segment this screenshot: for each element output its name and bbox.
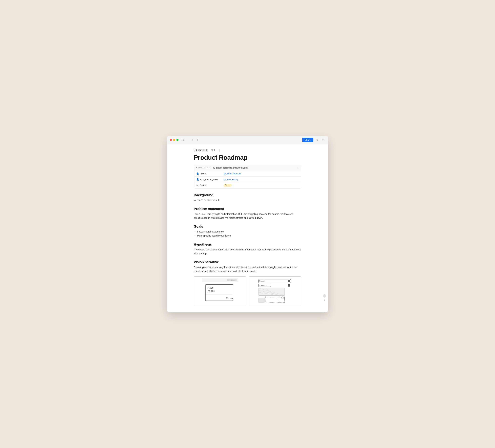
engineer-label: Assigned engineer <box>200 178 224 181</box>
connected-section: CONNECTED TO ⊞ List of upcoming product … <box>194 165 301 188</box>
page-body: Product Roadmap CONNECTED TO ⊞ List of u… <box>167 154 328 305</box>
nav-buttons: ‹ › <box>190 137 200 142</box>
dot-icon[interactable] <box>323 294 326 298</box>
svg-rect-17 <box>288 280 290 282</box>
sidebar-toggle-icon[interactable] <box>180 137 185 142</box>
metadata-owner-row: 👤 Owner @Adrien Taravant <box>194 171 301 177</box>
views-button[interactable]: 👁 0 <box>211 149 215 151</box>
page-title: Product Roadmap <box>194 154 301 161</box>
svg-rect-32 <box>265 302 266 303</box>
document-toolbar: 💬 Comments 👁 0 ↻ <box>167 147 328 153</box>
vision-text: Explain your vision in a story format to… <box>194 265 301 273</box>
svg-rect-2 <box>183 140 184 140</box>
connected-to-label: CONNECTED TO <box>196 167 211 169</box>
status-label: Status <box>200 184 224 186</box>
metadata-engineer-row: 👤 Assigned engineer @Laure Albouy <box>194 177 301 182</box>
refresh-icon: ↻ <box>219 149 220 151</box>
views-count: 0 <box>214 149 215 151</box>
comments-button[interactable]: 💬 Comments <box>194 149 208 151</box>
svg-rect-33 <box>284 302 285 303</box>
alert-wireframe-svg: ← Button Alert Alert text No Yes <box>195 278 245 303</box>
svg-text:search: search <box>260 280 265 282</box>
help-icon[interactable]: ? <box>324 299 325 302</box>
chevron-up-icon: ∧ <box>297 167 299 169</box>
hypothesis-text: If we make our search better, then users… <box>194 248 301 255</box>
share-button[interactable]: Share <box>302 138 314 142</box>
connected-link-text: List of upcoming product features <box>216 167 248 169</box>
svg-rect-28 <box>259 298 264 303</box>
problem-heading: Problem statement <box>194 207 301 211</box>
sidebar-dots: ? <box>323 294 326 302</box>
wireframe-row: ← Button Alert Alert text No Yes <box>194 277 301 305</box>
svg-text:Yes: Yes <box>230 297 233 299</box>
person-icon-2: 👤 <box>196 178 199 181</box>
status-badge[interactable]: To do <box>224 184 232 187</box>
svg-rect-20 <box>288 284 290 287</box>
svg-text:Alert text: Alert text <box>208 290 215 292</box>
person-icon: 👤 <box>196 172 199 175</box>
problem-text: I am a user. I am trying to find informa… <box>194 212 301 220</box>
wireframe-search: search ≡ Heading ▾ <box>249 277 301 305</box>
comments-label: Comments <box>197 149 208 151</box>
goals-list: Faster search experience More specific s… <box>197 230 301 238</box>
svg-text:≡ Heading ▾: ≡ Heading ▾ <box>260 285 267 286</box>
eye-icon: 👁 <box>211 149 213 151</box>
back-button[interactable]: ‹ <box>190 137 195 142</box>
hypothesis-heading: Hypothesis <box>194 243 301 246</box>
list-item: More specific search experience <box>197 234 301 238</box>
comment-icon: 💬 <box>194 149 197 151</box>
connected-link[interactable]: ⊞ List of upcoming product features <box>213 167 297 169</box>
svg-text:Alert: Alert <box>208 287 213 289</box>
list-item: Faster search experience <box>197 230 301 234</box>
titlebar: ‹ › Share ☆ ••• <box>167 136 328 144</box>
goals-heading: Goals <box>194 224 301 228</box>
svg-rect-31 <box>284 297 285 298</box>
svg-text:No: No <box>226 297 228 299</box>
close-button[interactable] <box>170 139 172 141</box>
search-wireframe-svg: search ≡ Heading ▾ <box>250 278 300 303</box>
star-button[interactable]: ☆ <box>315 137 319 142</box>
background-text: We need a better search. <box>194 198 301 202</box>
owner-value[interactable]: @Adrien Taravant <box>224 172 241 175</box>
engineer-value[interactable]: @Laure Albouy <box>224 178 238 181</box>
connected-header: CONNECTED TO ⊞ List of upcoming product … <box>194 165 301 171</box>
svg-rect-3 <box>183 141 184 141</box>
maximize-button[interactable] <box>176 139 179 141</box>
titlebar-right: Share ☆ ••• <box>302 137 326 142</box>
more-options-button[interactable]: ••• <box>321 137 326 142</box>
owner-label: Owner <box>200 172 224 175</box>
content-area: 💬 Comments 👁 0 ↻ Product Roadmap CONNECT… <box>167 144 328 312</box>
svg-rect-30 <box>265 297 266 298</box>
app-window: ‹ › Share ☆ ••• 💬 Comments 👁 0 ↻ <box>167 136 328 312</box>
svg-text:← Button: ← Button <box>229 279 235 281</box>
share-status-button[interactable]: ↻ <box>219 149 220 151</box>
traffic-lights <box>170 139 179 141</box>
tag-icon: 🏷 <box>196 184 199 186</box>
wireframe-alert: ← Button Alert Alert text No Yes <box>194 277 246 305</box>
titlebar-left: ‹ › <box>170 137 200 142</box>
minimize-button[interactable] <box>173 139 175 141</box>
vision-heading: Vision narrative <box>194 260 301 264</box>
forward-button[interactable]: › <box>195 137 200 142</box>
background-heading: Background <box>194 193 301 197</box>
metadata-status-row: 🏷 Status To do <box>194 182 301 188</box>
svg-rect-0 <box>181 139 182 141</box>
table-icon: ⊞ <box>213 167 215 169</box>
svg-rect-1 <box>183 139 184 139</box>
